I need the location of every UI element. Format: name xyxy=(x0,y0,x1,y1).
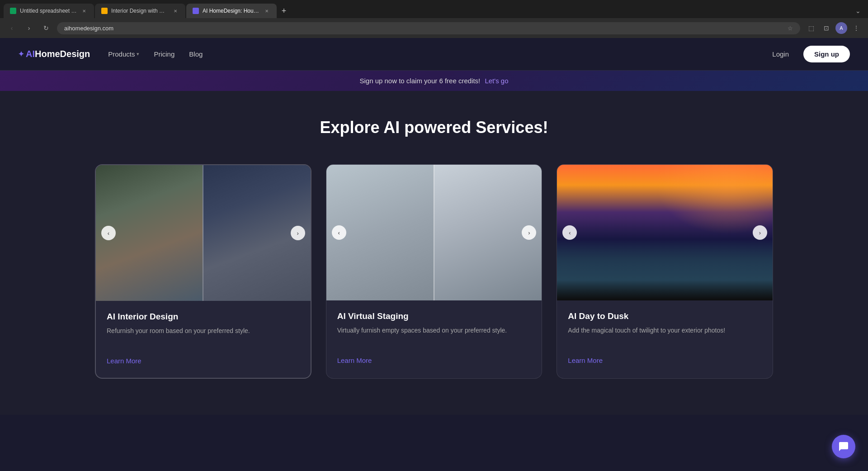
address-icons: ☆ xyxy=(788,25,793,32)
tab-title-keep: Interior Design with Generati... xyxy=(111,8,168,14)
card-desc-exterior: Add the magical touch of twilight to you… xyxy=(568,326,762,346)
site-nav: ✦ AIHomeDesign Products ▾ Pricing Blog L… xyxy=(0,38,868,71)
nav-pricing[interactable]: Pricing xyxy=(154,47,175,62)
refresh-button[interactable]: ↻ xyxy=(40,22,52,34)
carousel-next-staging[interactable]: › xyxy=(522,225,536,240)
back-button[interactable]: ‹ xyxy=(5,22,18,34)
tab-favicon-ai xyxy=(193,8,199,14)
carousel-next-exterior[interactable]: › xyxy=(753,225,767,240)
nav-blog[interactable]: Blog xyxy=(189,47,203,62)
section-title: Explore AI powered Services! xyxy=(18,118,850,137)
card-day-to-dusk: ‹ › AI Day to Dusk Add the magical touch… xyxy=(557,164,773,379)
nav-products[interactable]: Products ▾ xyxy=(108,47,139,62)
nav-right: Login Sign up xyxy=(765,46,850,62)
card-body-interior: AI Interior Design Refurnish your room b… xyxy=(96,301,311,378)
tab-title-sheets: Untitled spreadsheet – Goog... xyxy=(20,8,77,14)
bookmark-icon[interactable]: ☆ xyxy=(788,25,793,32)
tab-close-ai[interactable]: ✕ xyxy=(263,7,270,14)
chat-icon xyxy=(838,441,849,452)
forward-button[interactable]: › xyxy=(23,22,35,34)
staging-image xyxy=(326,165,542,300)
card-body-staging: AI Virtual Staging Virtually furnish emp… xyxy=(326,300,542,377)
blog-label: Blog xyxy=(189,50,203,58)
cards-grid: ‹ › AI Interior Design Refurnish your ro… xyxy=(95,164,773,379)
carousel-next-interior[interactable]: › xyxy=(291,226,305,240)
logo[interactable]: ✦ AIHomeDesign xyxy=(18,49,90,59)
chat-button[interactable] xyxy=(832,435,855,458)
card-image-exterior: ‹ › xyxy=(557,165,773,300)
logo-star-icon: ✦ xyxy=(18,50,24,58)
carousel-prev-interior[interactable]: ‹ xyxy=(101,226,116,240)
learn-more-exterior[interactable]: Learn More xyxy=(568,357,603,364)
interior-image xyxy=(96,165,311,301)
products-chevron-icon: ▾ xyxy=(137,51,139,57)
card-title-staging: AI Virtual Staging xyxy=(337,311,531,321)
tab-sheets[interactable]: Untitled spreadsheet – Goog... ✕ xyxy=(4,4,94,18)
banner-link[interactable]: Let's go xyxy=(485,77,508,85)
card-image-interior: ‹ › xyxy=(96,165,311,301)
card-virtual-staging: ‹ › AI Virtual Staging Virtually furnish… xyxy=(326,164,542,379)
tab-title-ai: AI HomeDesign: House Desig... xyxy=(203,8,259,14)
tab-keep[interactable]: Interior Design with Generati... ✕ xyxy=(95,4,185,18)
browser-actions: ⬚ ⊡ A ⋮ xyxy=(805,22,863,34)
tab-favicon-keep xyxy=(101,8,108,14)
tab-close-sheets[interactable]: ✕ xyxy=(80,7,88,14)
card-image-staging: ‹ › xyxy=(326,165,542,300)
tab-favicon-sheets xyxy=(10,8,16,14)
signup-button[interactable]: Sign up xyxy=(803,46,850,62)
new-tab-button[interactable]: + xyxy=(278,5,290,17)
learn-more-interior[interactable]: Learn More xyxy=(107,357,142,365)
address-bar-row: ‹ › ↻ aihomedesign.com ☆ ⬚ ⊡ A ⋮ xyxy=(0,18,868,38)
logo-rest: HomeDesign xyxy=(35,49,90,59)
banner-text: Sign up now to claim your 6 free credits… xyxy=(359,77,480,85)
address-bar[interactable]: aihomedesign.com ☆ xyxy=(57,22,800,34)
card-title-interior: AI Interior Design xyxy=(107,312,300,322)
tab-list-button[interactable]: ⌄ xyxy=(852,5,864,17)
website: ✦ AIHomeDesign Products ▾ Pricing Blog L… xyxy=(0,38,868,415)
main-content: Explore AI powered Services! ‹ › AI Inte… xyxy=(0,91,868,415)
learn-more-staging[interactable]: Learn More xyxy=(337,357,372,364)
card-interior-design: ‹ › AI Interior Design Refurnish your ro… xyxy=(95,164,311,379)
logo-ai: AI xyxy=(26,49,35,59)
layout-button[interactable]: ⊡ xyxy=(820,22,833,34)
exterior-image xyxy=(557,165,773,300)
promo-banner: Sign up now to claim your 6 free credits… xyxy=(0,71,868,91)
card-desc-interior: Refurnish your room based on your prefer… xyxy=(107,326,300,346)
card-body-exterior: AI Day to Dusk Add the magical touch of … xyxy=(557,300,773,377)
address-text: aihomedesign.com xyxy=(64,25,784,32)
browser-chrome: Untitled spreadsheet – Goog... ✕ Interio… xyxy=(0,0,868,38)
carousel-prev-staging[interactable]: ‹ xyxy=(332,225,346,240)
products-label: Products xyxy=(108,50,135,58)
card-title-exterior: AI Day to Dusk xyxy=(568,311,762,321)
avatar[interactable]: A xyxy=(835,22,847,34)
menu-button[interactable]: ⋮ xyxy=(850,22,863,34)
login-button[interactable]: Login xyxy=(765,47,796,62)
extensions-button[interactable]: ⬚ xyxy=(805,22,817,34)
nav-links: Products ▾ Pricing Blog xyxy=(108,47,765,62)
card-desc-staging: Virtually furnish empty spaces based on … xyxy=(337,326,531,346)
carousel-prev-exterior[interactable]: ‹ xyxy=(562,225,577,240)
browser-tabs: Untitled spreadsheet – Goog... ✕ Interio… xyxy=(0,0,868,18)
tab-ai[interactable]: AI HomeDesign: House Desig... ✕ xyxy=(186,4,277,18)
tab-close-keep[interactable]: ✕ xyxy=(172,7,179,14)
pricing-label: Pricing xyxy=(154,50,175,58)
